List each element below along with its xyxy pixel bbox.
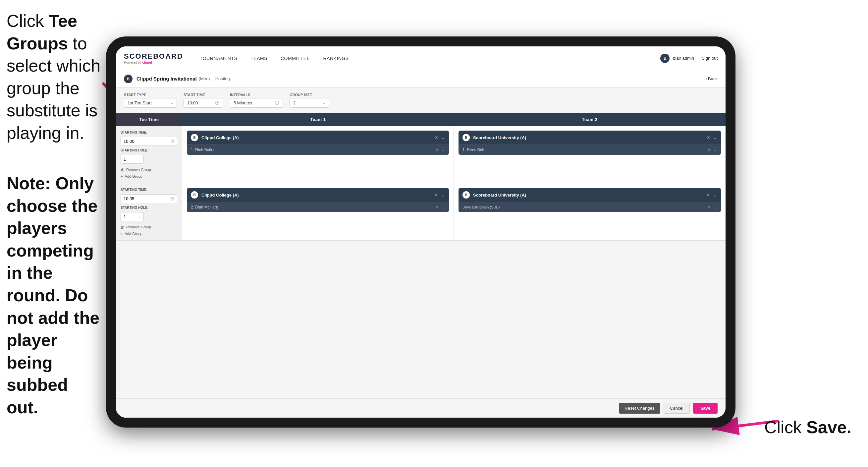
team2-close-icon-1[interactable]: ✕ bbox=[706, 135, 710, 140]
team2-icon-2: B bbox=[463, 191, 470, 199]
team2-card-header-2: B Scoreboard University (A) ✕ ⌄ bbox=[459, 188, 721, 202]
player-caret-icon-1-1[interactable]: ⌄ bbox=[442, 147, 445, 152]
player-close-icon-2-2[interactable]: ✕ bbox=[708, 205, 711, 209]
team2-caret-icon-1[interactable]: ⌄ bbox=[713, 135, 717, 140]
note-label: Note: Only choose the players competing … bbox=[7, 174, 99, 417]
remove-group-btn-1[interactable]: 🗑 Remove Group bbox=[121, 168, 177, 172]
remove-group-label-2: Remove Group bbox=[126, 225, 151, 229]
sub-header-title: Clippd Spring Invitational bbox=[136, 76, 197, 82]
logo-area: SCOREBOARD Powered by clippd bbox=[124, 52, 183, 64]
team2-name-2: Scoreboard University (A) bbox=[473, 193, 703, 198]
team2-card-2[interactable]: B Scoreboard University (A) ✕ ⌄ Dave Bil… bbox=[459, 188, 721, 212]
team2-player-1-1: 1. Rees Britt ✕ ⌄ bbox=[459, 145, 721, 155]
start-type-select[interactable]: 1st Tee Start ⌄ bbox=[124, 98, 177, 108]
hole-caret-2: ⌄ bbox=[138, 215, 141, 218]
intervals-select[interactable]: 5 Minutes 🕐 bbox=[230, 98, 283, 108]
starting-time-label-2: STARTING TIME: bbox=[121, 188, 177, 192]
save-bold: Save. bbox=[806, 418, 851, 437]
nav-tournaments[interactable]: TOURNAMENTS bbox=[193, 53, 244, 64]
note-text: Note: Only choose the players competing … bbox=[0, 172, 109, 419]
note-paragraph: Note: Only choose the players competing … bbox=[7, 172, 103, 419]
starting-hole-value-2: 1 bbox=[124, 214, 126, 219]
control-start-type: Start Type 1st Tee Start ⌄ bbox=[124, 93, 177, 108]
team1-close-icon-1[interactable]: ✕ bbox=[434, 135, 438, 140]
team1-icon-2: B bbox=[191, 191, 198, 199]
team1-card-2[interactable]: B Clippd College (A) ✕ ⌄ 2. Blair McHarg bbox=[187, 188, 449, 212]
starting-time-input-1[interactable]: 10:00 🕐 bbox=[121, 137, 177, 146]
team2-player-actions-1-1: ✕ ⌄ bbox=[708, 147, 717, 152]
nav-rankings[interactable]: RANKINGS bbox=[317, 53, 355, 64]
start-type-label: Start Type bbox=[124, 93, 177, 97]
reset-changes-button[interactable]: Reset Changes bbox=[619, 403, 661, 414]
cancel-button[interactable]: Cancel bbox=[663, 403, 689, 414]
sub-header-back[interactable]: ‹ Back bbox=[705, 76, 718, 81]
team2-panel-1: B Scoreboard University (A) ✕ ⌄ 1. Rees … bbox=[454, 126, 725, 183]
team2-player-name-1-1: 1. Rees Britt bbox=[463, 147, 704, 152]
logo-clippd: clippd bbox=[143, 61, 152, 64]
save-button[interactable]: Save bbox=[693, 403, 718, 414]
controls-row: Start Type 1st Tee Start ⌄ Start Time 10… bbox=[116, 88, 725, 113]
nav-committee[interactable]: COMMITTEE bbox=[274, 53, 317, 64]
nav-separator: | bbox=[698, 56, 699, 61]
team1-card-header-1: B Clippd College (A) ✕ ⌄ bbox=[187, 130, 449, 145]
player-caret-icon-1-2[interactable]: ⌄ bbox=[442, 205, 445, 209]
remove-group-btn-2[interactable]: 🗑 Remove Group bbox=[121, 225, 177, 229]
team1-name-2: Clippd College (A) bbox=[202, 193, 431, 198]
tablet-screen: SCOREBOARD Powered by clippd TOURNAMENTS… bbox=[116, 47, 725, 418]
tee-groups-area: STARTING TIME: 10:00 🕐 STARTING HOLE: 1 … bbox=[116, 126, 725, 399]
team2-player-1-2: Dave Billingham (SUB) ✕ ⌄ bbox=[459, 202, 721, 212]
sub-header-tag: (Men) bbox=[199, 76, 210, 81]
player-close-icon-2-1[interactable]: ✕ bbox=[708, 147, 711, 152]
control-start-time: Start Time 10:00 🕐 bbox=[184, 93, 223, 108]
nav-right: B blair admin | Sign out bbox=[660, 54, 718, 63]
team1-card-1[interactable]: B Clippd College (A) ✕ ⌄ 1. Rich Butler bbox=[187, 130, 449, 155]
sub-header-hosting: Hosting bbox=[215, 76, 230, 81]
click-save-annotation: Click Save. bbox=[764, 417, 851, 437]
team1-player-1-2: 2. Blair McHarg ✕ ⌄ bbox=[187, 202, 449, 212]
start-time-select[interactable]: 10:00 🕐 bbox=[184, 98, 223, 108]
add-group-btn-2[interactable]: + Add Group bbox=[121, 232, 177, 236]
remove-group-label-1: Remove Group bbox=[126, 168, 151, 172]
team1-panel-1: B Clippd College (A) ✕ ⌄ 1. Rich Butler bbox=[182, 126, 454, 183]
team1-caret-icon-1[interactable]: ⌄ bbox=[441, 135, 445, 140]
player-caret-icon-2-1[interactable]: ⌄ bbox=[714, 147, 717, 152]
time-clock-icon-2: 🕐 bbox=[170, 197, 174, 201]
team2-caret-icon-2[interactable]: ⌄ bbox=[713, 192, 717, 198]
start-time-chevron: 🕐 bbox=[215, 101, 220, 105]
starting-hole-input-1[interactable]: 1 ⌄ bbox=[121, 155, 144, 164]
add-group-btn-1[interactable]: + Add Group bbox=[121, 174, 177, 178]
player-caret-icon-2-2[interactable]: ⌄ bbox=[714, 205, 717, 209]
left-panel-2: STARTING TIME: 10:05 🕐 STARTING HOLE: 1 … bbox=[116, 183, 182, 240]
nav-teams[interactable]: TEAMS bbox=[244, 53, 274, 64]
control-group-size: Group Size 2 ⌄ bbox=[289, 93, 329, 108]
player-close-icon-1-2[interactable]: ✕ bbox=[436, 205, 439, 209]
nav-signout[interactable]: Sign out bbox=[702, 56, 718, 61]
starting-hole-label-2: STARTING HOLE: bbox=[121, 206, 177, 209]
team2-card-1[interactable]: B Scoreboard University (A) ✕ ⌄ 1. Rees … bbox=[459, 130, 721, 155]
team1-player-name-1-2: 2. Blair McHarg bbox=[191, 205, 432, 209]
starting-hole-input-2[interactable]: 1 ⌄ bbox=[121, 212, 144, 221]
start-time-label: Start Time bbox=[184, 93, 223, 97]
team2-close-icon-2[interactable]: ✕ bbox=[706, 192, 710, 198]
intervals-value: 5 Minutes bbox=[234, 100, 252, 106]
table-header-tee-time: Tee Time bbox=[116, 113, 182, 126]
team1-close-icon-2[interactable]: ✕ bbox=[434, 192, 438, 198]
left-panel-1: STARTING TIME: 10:00 🕐 STARTING HOLE: 1 … bbox=[116, 126, 182, 183]
starting-time-label-1: STARTING TIME: bbox=[121, 130, 177, 134]
player-close-icon-1-1[interactable]: ✕ bbox=[436, 147, 439, 152]
hole-caret-1: ⌄ bbox=[138, 157, 141, 161]
nav-links: TOURNAMENTS TEAMS COMMITTEE RANKINGS bbox=[193, 53, 660, 64]
team1-player-1-1: 1. Rich Butler ✕ ⌄ bbox=[187, 145, 449, 155]
intervals-chevron: 🕐 bbox=[275, 101, 279, 105]
start-time-value: 10:00 bbox=[187, 100, 198, 106]
table-header: Tee Time Team 1 Team 2 bbox=[116, 113, 725, 126]
sub-header: B Clippd Spring Invitational (Men) Hosti… bbox=[116, 70, 725, 88]
nav-avatar: B bbox=[660, 54, 670, 63]
team1-player-actions-1-2: ✕ ⌄ bbox=[436, 205, 445, 209]
main-content: Start Type 1st Tee Start ⌄ Start Time 10… bbox=[116, 88, 725, 418]
group-size-label: Group Size bbox=[289, 93, 329, 97]
team1-caret-icon-2[interactable]: ⌄ bbox=[441, 192, 445, 198]
start-type-value: 1st Tee Start bbox=[128, 100, 152, 106]
group-size-select[interactable]: 2 ⌄ bbox=[289, 98, 329, 108]
starting-time-input-2[interactable]: 10:05 🕐 bbox=[121, 194, 177, 203]
